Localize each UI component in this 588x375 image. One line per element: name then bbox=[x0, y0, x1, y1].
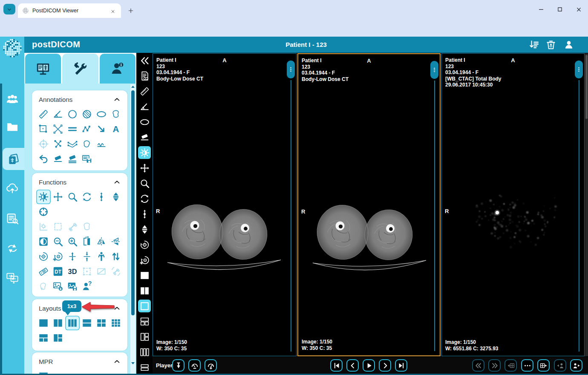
freehand-region-button[interactable] bbox=[80, 219, 94, 234]
polyline-button[interactable] bbox=[80, 122, 94, 136]
series-scrollbar-thumb[interactable] bbox=[585, 55, 588, 119]
bone-rotate-button[interactable] bbox=[109, 264, 123, 279]
person-question-button[interactable]: ? bbox=[80, 279, 94, 294]
zoom-out-button[interactable] bbox=[51, 234, 65, 249]
series-scroll-track[interactable] bbox=[291, 80, 291, 352]
cobb-angle-button[interactable] bbox=[65, 137, 80, 151]
toolbar-report-view-button[interactable] bbox=[136, 68, 153, 84]
undo-button[interactable] bbox=[36, 152, 51, 166]
sidebar-item-users[interactable] bbox=[0, 88, 24, 110]
scroll-vertical-button[interactable] bbox=[94, 190, 109, 204]
histogram-wl-button[interactable] bbox=[36, 219, 51, 234]
skip-first-button[interactable] bbox=[330, 359, 343, 372]
scroll-down-arrow[interactable] bbox=[131, 362, 135, 364]
viewport-1[interactable]: Patient I12303.04.1944 - FBody-Low Dose … bbox=[153, 53, 297, 356]
reset-window-level-button[interactable] bbox=[51, 249, 65, 264]
chevron-up-icon[interactable] bbox=[113, 179, 121, 186]
prev-button[interactable] bbox=[346, 359, 359, 372]
person-right-button[interactable] bbox=[570, 359, 582, 372]
dt-badge-button[interactable]: DT bbox=[51, 264, 65, 279]
toolbar-pan-button[interactable] bbox=[136, 160, 153, 176]
stack-scroll-button[interactable] bbox=[109, 190, 123, 204]
ruler-button[interactable] bbox=[36, 107, 51, 121]
toolbar-eraser-button[interactable] bbox=[136, 130, 153, 145]
image-save-button[interactable] bbox=[65, 279, 80, 294]
grid-left-button[interactable] bbox=[504, 359, 517, 372]
layout-2x1-button[interactable] bbox=[80, 316, 94, 330]
ellipse-button[interactable] bbox=[94, 107, 109, 121]
tab-close-button[interactable] bbox=[109, 7, 117, 14]
series-scroll-thumb[interactable] bbox=[575, 61, 583, 78]
tab-search-button[interactable] bbox=[3, 4, 15, 14]
tag-button[interactable] bbox=[36, 264, 51, 279]
sidebar-item-folder[interactable] bbox=[0, 116, 24, 138]
toolbar-angle-button[interactable] bbox=[136, 99, 153, 114]
layout-1p2s-button[interactable] bbox=[51, 331, 65, 345]
toolbar-layout-rows-outline-button[interactable] bbox=[136, 360, 153, 375]
dbl-left-button[interactable] bbox=[472, 359, 484, 372]
image-download-button[interactable] bbox=[51, 279, 65, 294]
speed-plus-button[interactable] bbox=[205, 359, 217, 372]
toolbar-layout-1x1-button[interactable] bbox=[136, 268, 153, 283]
load-frames-button[interactable] bbox=[172, 359, 184, 372]
flip-horizontal-button[interactable] bbox=[94, 234, 109, 249]
angle-button[interactable] bbox=[51, 107, 65, 121]
toolbar-reset-window-level-button[interactable] bbox=[136, 252, 153, 268]
layout-2x2-button[interactable] bbox=[94, 316, 109, 330]
eraser-button[interactable] bbox=[51, 152, 65, 166]
account-icon[interactable] bbox=[563, 39, 574, 50]
series-scrollbar[interactable] bbox=[585, 53, 588, 356]
next-button[interactable] bbox=[379, 359, 391, 372]
toolbar-magnify-button[interactable] bbox=[136, 176, 153, 191]
patient-orientation-button[interactable] bbox=[94, 249, 109, 264]
flip-vertical-button[interactable] bbox=[109, 234, 123, 249]
text-a-button[interactable]: A bbox=[109, 122, 123, 136]
flip-page-button[interactable] bbox=[80, 234, 94, 249]
toolbar-ruler-button[interactable] bbox=[136, 84, 153, 99]
new-tab-button[interactable] bbox=[125, 5, 136, 16]
chevron-up-icon[interactable] bbox=[113, 96, 121, 103]
zoom-in-button[interactable] bbox=[65, 234, 80, 249]
layout-1x2-button[interactable] bbox=[51, 316, 65, 330]
toolbar-layout-l2-outline-button[interactable] bbox=[136, 329, 153, 344]
viewport-3[interactable]: Patient I12303.04.1944 - F[WB_CTAC] Tota… bbox=[441, 53, 585, 356]
play-button[interactable] bbox=[363, 359, 375, 372]
toolbar-rotate-button[interactable] bbox=[136, 191, 153, 206]
browser-tab[interactable]: PostDICOM Viewer bbox=[18, 3, 121, 18]
circle-button[interactable] bbox=[65, 107, 80, 121]
tab-patient-info[interactable] bbox=[100, 54, 135, 84]
intersect-lines-button[interactable] bbox=[51, 137, 65, 151]
layout-1x3-button[interactable] bbox=[65, 316, 80, 330]
toolbar-reset-rotate-button[interactable] bbox=[136, 237, 153, 252]
speed-minus-button[interactable] bbox=[188, 359, 201, 372]
recycle-bin-icon[interactable] bbox=[545, 39, 556, 50]
sort-updown-button[interactable] bbox=[109, 249, 123, 264]
toolbar-scroll-vertical-button[interactable] bbox=[136, 206, 153, 222]
tab-viewer-monitor[interactable] bbox=[25, 54, 61, 84]
toolbar-ellipse-button[interactable] bbox=[136, 114, 153, 130]
rotate-button[interactable] bbox=[80, 190, 94, 204]
tab-tools[interactable] bbox=[62, 54, 98, 84]
expand-vertical-button[interactable] bbox=[65, 249, 80, 264]
toolbar-layout-3col-outline-button[interactable] bbox=[136, 344, 153, 360]
dbl-right-button[interactable] bbox=[488, 359, 501, 372]
sidebar-item-devices-transfer[interactable] bbox=[0, 266, 24, 288]
sidebar-item-worklist-search[interactable] bbox=[0, 208, 24, 230]
maximize-button[interactable] bbox=[553, 4, 566, 14]
parallel-lines-button[interactable] bbox=[65, 122, 80, 136]
window-level-button[interactable] bbox=[36, 190, 51, 204]
dashed-rect-button[interactable] bbox=[51, 219, 65, 234]
collapse-vertical-button[interactable] bbox=[80, 249, 94, 264]
toolbar-layout-current-button[interactable] bbox=[136, 298, 153, 314]
viewport-2[interactable]: Patient I12303.04.1944 - FBody-Low Dose … bbox=[297, 53, 441, 356]
skip-last-button[interactable] bbox=[395, 359, 407, 372]
eraser-all-button[interactable] bbox=[65, 152, 80, 166]
chevron-up-icon[interactable] bbox=[113, 358, 121, 365]
series-scroll-track[interactable] bbox=[434, 81, 435, 351]
series-scroll-thumb[interactable] bbox=[430, 61, 438, 79]
freehand-button[interactable] bbox=[109, 107, 123, 121]
toolbar-window-level-button[interactable] bbox=[136, 145, 153, 160]
sidebar-item-viewer-cards[interactable] bbox=[3, 148, 24, 170]
sidebar-item-upload-cloud[interactable] bbox=[0, 177, 24, 199]
pan-button[interactable] bbox=[51, 190, 65, 204]
